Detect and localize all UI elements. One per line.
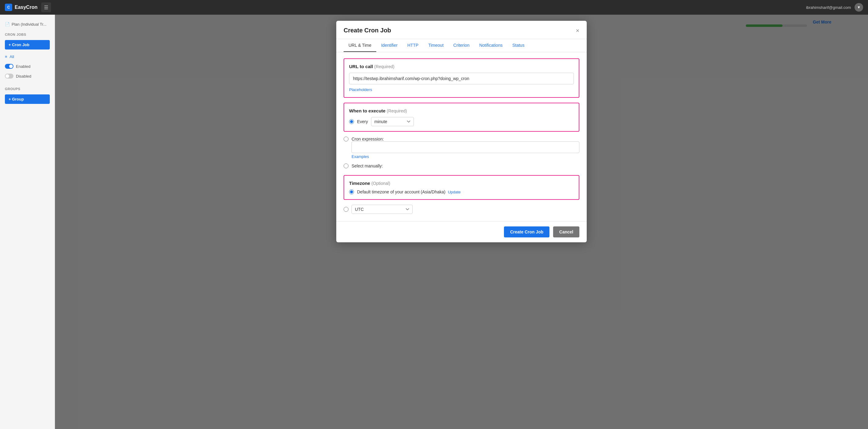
nav-right: ibrahimsharif@gmail.com ▼ — [806, 3, 863, 11]
nav-left: C EasyCron ☰ — [5, 2, 51, 12]
utc-radio-row: UTC America/New_York Europe/London Asia/… — [344, 205, 579, 214]
hamburger-button[interactable]: ☰ — [41, 2, 51, 12]
main-content: Get More Create Cron Job × URL & Time Id… — [55, 15, 868, 429]
default-timezone-radio[interactable] — [349, 189, 354, 194]
tab-criterion[interactable]: Criterion — [448, 39, 474, 52]
cron-expression-section: Cron expression: Examples — [344, 136, 579, 159]
update-timezone-link[interactable]: Update — [448, 190, 461, 194]
execute-section-title: When to execute (Required) — [349, 108, 574, 113]
brand: C EasyCron — [5, 4, 37, 11]
cron-expression-radio[interactable] — [344, 136, 348, 142]
user-email: ibrahimsharif@gmail.com — [806, 5, 851, 10]
utc-radio[interactable] — [344, 207, 348, 212]
modal-overlay: Create Cron Job × URL & Time Identifier … — [55, 15, 868, 429]
cancel-button[interactable]: Cancel — [553, 226, 579, 238]
modal-footer: Create Cron Job Cancel — [336, 221, 587, 242]
sidebar: 📄 Plan (Individual Tr... CRON JOBS + Cro… — [0, 15, 55, 429]
cron-expression-label: Cron expression: — [351, 136, 384, 142]
every-radio[interactable] — [349, 119, 354, 124]
groups-section-label: GROUPS — [0, 86, 55, 92]
url-section-title: URL to call (Required) — [349, 64, 574, 69]
cron-expression-indent: Examples — [351, 142, 579, 159]
default-timezone-radio-row: Default timezone of your account (Asia/D… — [349, 189, 574, 194]
url-section: URL to call (Required) Placeholders — [344, 58, 579, 98]
tab-notifications[interactable]: Notifications — [474, 39, 507, 52]
tab-identifier[interactable]: Identifier — [376, 39, 403, 52]
examples-link[interactable]: Examples — [351, 154, 369, 159]
brand-icon: C — [5, 4, 12, 11]
modal-body: URL to call (Required) Placeholders When… — [336, 52, 587, 221]
utc-select[interactable]: UTC America/New_York Europe/London Asia/… — [351, 205, 413, 214]
brand-name: EasyCron — [15, 5, 37, 10]
sidebar-item-disabled-label: Disabled — [16, 74, 31, 79]
interval-select[interactable]: minute 5 minutes 10 minutes 15 minutes 3… — [371, 117, 414, 126]
sidebar-plan: 📄 Plan (Individual Tr... — [0, 20, 55, 29]
placeholders-link[interactable]: Placeholders — [349, 87, 372, 92]
sidebar-item-enabled[interactable]: Enabled — [0, 61, 55, 71]
tab-http[interactable]: HTTP — [403, 39, 424, 52]
modal-header: Create Cron Job × — [336, 21, 587, 39]
url-input[interactable] — [349, 73, 574, 84]
timezone-section-title: Timezone (Optional) — [349, 181, 574, 186]
sidebar-item-all[interactable]: ≡ All — [0, 52, 55, 61]
toggle-off-icon — [5, 74, 13, 79]
timezone-section: Timezone (Optional) Default timezone of … — [344, 175, 579, 200]
modal-close-button[interactable]: × — [576, 28, 579, 34]
modal-tabs: URL & Time Identifier HTTP Timeout Crite… — [336, 39, 587, 52]
cron-expression-input[interactable] — [351, 142, 579, 153]
cron-jobs-section-label: CRON JOBS — [0, 31, 55, 38]
avatar[interactable]: ▼ — [855, 3, 863, 11]
add-cron-job-button[interactable]: + Cron Job — [5, 40, 50, 50]
select-manually-section: Select manually: — [344, 162, 579, 170]
every-label: Every — [357, 119, 368, 124]
execute-section: When to execute (Required) Every minute … — [344, 103, 579, 132]
sidebar-item-disabled[interactable]: Disabled — [0, 71, 55, 81]
select-manually-label: Select manually: — [351, 163, 383, 168]
top-nav: C EasyCron ☰ ibrahimsharif@gmail.com ▼ — [0, 0, 868, 15]
select-manually-radio[interactable] — [344, 163, 348, 168]
list-icon: ≡ — [5, 54, 7, 59]
tab-url-time[interactable]: URL & Time — [344, 39, 376, 52]
sidebar-item-all-label: All — [10, 54, 14, 59]
modal: Create Cron Job × URL & Time Identifier … — [336, 21, 587, 242]
add-group-button[interactable]: + Group — [5, 94, 50, 104]
every-radio-row: Every minute 5 minutes 10 minutes 15 min… — [349, 117, 574, 126]
modal-title: Create Cron Job — [344, 27, 391, 34]
page-layout: 📄 Plan (Individual Tr... CRON JOBS + Cro… — [0, 15, 868, 429]
toggle-on-icon — [5, 64, 13, 69]
sidebar-item-enabled-label: Enabled — [16, 64, 31, 69]
manually-radio-row: Select manually: — [344, 163, 579, 168]
create-cron-job-button[interactable]: Create Cron Job — [504, 226, 550, 238]
cron-radio-row: Cron expression: — [344, 136, 579, 142]
tab-status[interactable]: Status — [507, 39, 529, 52]
tab-timeout[interactable]: Timeout — [423, 39, 448, 52]
default-timezone-label: Default timezone of your account (Asia/D… — [357, 189, 461, 194]
